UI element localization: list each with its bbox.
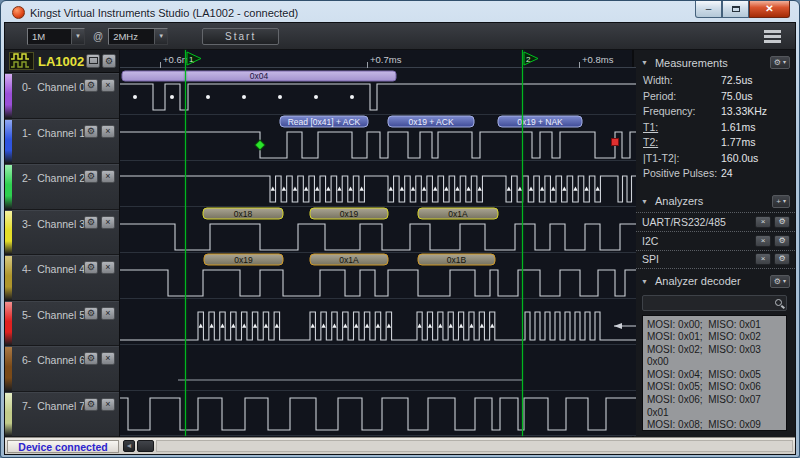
status-badge: Device connected <box>7 440 119 453</box>
measurement-row: Positive Pulses: 24 <box>643 167 789 183</box>
channel-settings-button[interactable]: ⚙ <box>84 398 98 411</box>
maximize-button[interactable] <box>722 1 749 18</box>
add-analyzer-button[interactable]: +▾ <box>772 195 790 208</box>
channel-close-button[interactable]: × <box>101 79 115 92</box>
analyzers-header[interactable]: ▼ Analyzers +▾ <box>634 189 795 212</box>
timing-cursor[interactable]: 1 <box>185 50 186 436</box>
channel-row[interactable]: 6- Channel 6 ⚙ × <box>5 346 119 392</box>
channel-row[interactable]: 0- Channel 0 ⚙ × <box>5 73 119 119</box>
collapse-triangle-icon: ▼ <box>641 198 648 205</box>
start-button[interactable]: Start <box>202 28 279 45</box>
analyzer-remove-button[interactable]: × <box>755 235 771 247</box>
channel-color-stripe <box>5 393 12 437</box>
collapse-triangle-icon: ▼ <box>641 59 648 66</box>
decoder-row: MOSI: 0x00; MISO: 0x01 <box>647 319 786 332</box>
channel-label: 1- Channel 1 <box>22 127 85 139</box>
channel-row[interactable]: 3- Channel 3 ⚙ × <box>5 210 119 256</box>
device-name: LA1002 <box>38 54 84 69</box>
channel-label: 2- Channel 2 <box>22 172 85 184</box>
svg-text:0x19 + ACK: 0x19 + ACK <box>408 117 453 127</box>
channel-settings-button[interactable]: ⚙ <box>84 79 98 92</box>
channel-list: 0- Channel 0 ⚙ × 1- Channel 1 ⚙ × 2- Cha… <box>5 73 119 437</box>
analyzer-item[interactable]: SPI × ⚙ <box>634 250 795 269</box>
svg-text:0x04: 0x04 <box>250 71 269 81</box>
analyzer-item[interactable]: I2C × ⚙ <box>634 231 795 250</box>
analyzer-settings-button[interactable]: ⚙ <box>774 235 790 247</box>
channel-close-button[interactable]: × <box>101 125 115 138</box>
channel-close-button[interactable]: × <box>101 170 115 183</box>
search-input[interactable] <box>643 296 786 310</box>
channel-color-stripe <box>5 74 12 118</box>
channel-settings-button[interactable]: ⚙ <box>84 125 98 138</box>
display-mode-button[interactable] <box>86 54 100 68</box>
waveform-canvas[interactable]: 0x04Read [0x41] + ACK0x19 + ACK0x19 + NA… <box>120 68 636 436</box>
channel-row[interactable]: 4- Channel 4 ⚙ × <box>5 255 119 301</box>
channel-row[interactable]: 5- Channel 5 ⚙ × <box>5 301 119 347</box>
channel-sidebar: LA1002 ⚙ 0- Channel 0 ⚙ × 1- Channel 1 ⚙… <box>5 50 120 437</box>
channel-row[interactable]: 2- Channel 2 ⚙ × <box>5 164 119 210</box>
analyzer-item[interactable]: UART/RS232/485 × ⚙ <box>634 212 795 231</box>
channel-label: 3- Channel 3 <box>22 218 85 230</box>
measurement-row: Period: 75.0us <box>643 90 789 106</box>
scrollbar-thumb[interactable] <box>137 440 154 452</box>
analyzer-settings-button[interactable]: ⚙ <box>774 253 790 265</box>
menu-icon[interactable] <box>764 30 781 45</box>
scroll-left-button[interactable]: ◄ <box>123 440 135 452</box>
minimize-button[interactable]: – <box>695 1 722 18</box>
timing-cursor[interactable]: 2 <box>522 50 523 436</box>
channel-settings-button[interactable]: ⚙ <box>84 216 98 229</box>
at-label: @ <box>93 31 103 42</box>
cursor-flag[interactable]: 1 <box>186 51 203 70</box>
analyzer-remove-button[interactable]: × <box>755 253 771 265</box>
channel-settings-button[interactable]: ⚙ <box>84 352 98 365</box>
close-button[interactable]: ✕ <box>749 1 790 18</box>
decoder-list[interactable]: MOSI: 0x00; MISO: 0x01MOSI: 0x01; MISO: … <box>642 315 787 432</box>
monitor-icon <box>89 57 98 64</box>
waveform-area[interactable]: +0.6ms+0.7ms+0.8ms 0x04Read [0x41] + ACK… <box>120 50 632 437</box>
measurement-value: 1.77ms <box>721 136 755 152</box>
sample-depth-select[interactable]: 1M ▼ <box>27 28 85 45</box>
cursor-flag[interactable]: 2 <box>523 51 540 70</box>
channel-settings-button[interactable]: ⚙ <box>84 261 98 274</box>
sample-rate-select[interactable]: 2MHz ▼ <box>108 28 168 45</box>
channel-close-button[interactable]: × <box>101 398 115 411</box>
channel-settings-button[interactable]: ⚙ <box>84 307 98 320</box>
scrollbar-track[interactable] <box>156 440 793 452</box>
measurement-value: 13.33KHz <box>721 105 767 121</box>
channel-row[interactable]: 7- Channel 7 ⚙ × <box>5 392 119 438</box>
analyzer-settings-button[interactable]: ⚙ <box>774 216 790 228</box>
channel-color-stripe <box>5 211 12 255</box>
channel-close-button[interactable]: × <box>101 352 115 365</box>
chevron-down-icon[interactable]: ▼ <box>154 29 167 44</box>
search-icon <box>775 299 782 306</box>
device-settings-button[interactable]: ⚙ <box>102 54 116 68</box>
svg-text:0x19 + NAK: 0x19 + NAK <box>517 117 563 127</box>
measurement-label: Positive Pulses: <box>643 167 721 183</box>
decoder-row: MOSI: 0x06; MISO: 0x07 <box>647 394 786 407</box>
channel-settings-button[interactable]: ⚙ <box>84 170 98 183</box>
ruler-tick-label: +0.8ms <box>582 54 613 65</box>
svg-text:0x19: 0x19 <box>234 255 253 265</box>
channel-label: 5- Channel 5 <box>22 309 85 321</box>
channel-label: 0- Channel 0 <box>22 81 85 93</box>
analyzer-remove-button[interactable]: × <box>755 216 771 228</box>
channel-row[interactable]: 1- Channel 1 ⚙ × <box>5 119 119 165</box>
channel-color-stripe <box>5 302 12 346</box>
chevron-down-icon[interactable]: ▼ <box>71 29 84 44</box>
decoder-search[interactable] <box>642 295 787 311</box>
measurement-label: T2: <box>643 136 721 152</box>
decoder-row: 0x00 <box>647 356 786 369</box>
measurements-header[interactable]: ▼ Measurements ⚙▾ <box>634 50 795 73</box>
titlebar[interactable]: Kingst Virtual Instruments Studio (LA100… <box>4 1 796 22</box>
decoder-settings-button[interactable]: ⚙▾ <box>770 275 790 288</box>
channel-close-button[interactable]: × <box>101 307 115 320</box>
measurements-settings-button[interactable]: ⚙▾ <box>770 56 790 69</box>
svg-text:0x1A: 0x1A <box>448 209 468 219</box>
analyzer-name: I2C <box>642 235 658 247</box>
channel-color-stripe <box>5 165 12 209</box>
measurement-value: 75.0us <box>721 90 753 106</box>
svg-text:0x1B: 0x1B <box>447 255 467 265</box>
decoder-header[interactable]: ▼ Analyzer decoder ⚙▾ <box>634 269 795 292</box>
channel-close-button[interactable]: × <box>101 261 115 274</box>
channel-close-button[interactable]: × <box>101 216 115 229</box>
